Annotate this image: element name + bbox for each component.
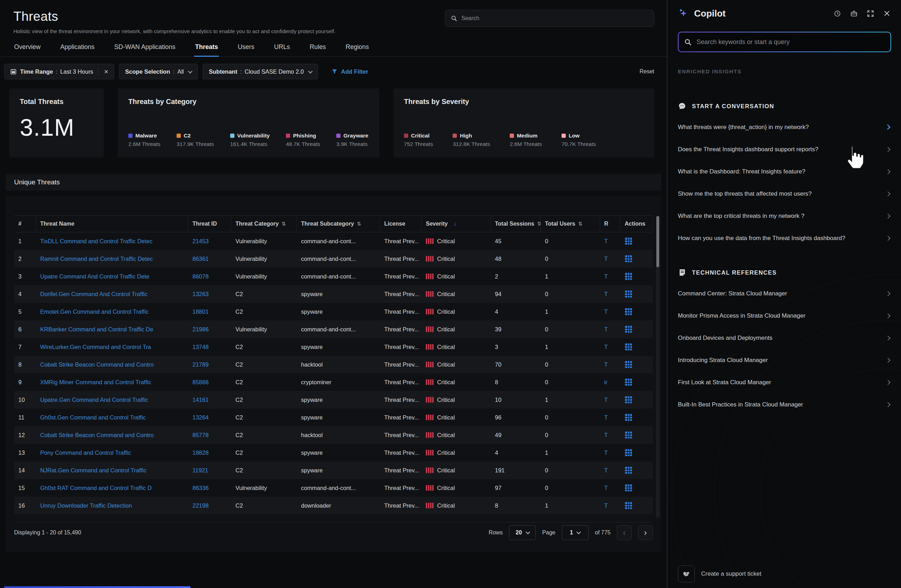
threat-id-link[interactable]: 21986 [192,326,209,332]
threat-name-link[interactable]: Gh0st.Gen Command and Control Traffic [40,414,146,421]
ref-link[interactable]: T [604,256,608,262]
conversation-suggestion[interactable]: What are the top critical threats in my … [678,205,892,227]
column-header[interactable]: R [600,216,620,232]
open-log-viewer-icon[interactable] [625,237,632,245]
reference-link[interactable]: Onboard Devices and Deployments [678,327,892,349]
tab-overview[interactable]: Overview [13,42,41,56]
page-select[interactable]: 1 [562,525,589,540]
scope-selection-filter-chip[interactable]: Scope Selection : All [119,64,198,79]
threat-id-link[interactable]: 85778 [192,432,209,438]
open-log-viewer-icon[interactable] [625,325,632,333]
threat-name-link[interactable]: Cobalt Strike Beacon Command and Contro [40,432,154,438]
ref-link[interactable]: T [604,291,608,297]
toolbox-icon[interactable] [850,10,857,17]
ref-link[interactable]: T [604,414,608,421]
ref-link[interactable]: ir [604,379,607,385]
threat-name-link[interactable]: Unruy Downloader Traffic Detection [40,502,132,509]
ref-link[interactable]: T [604,449,608,456]
sort-icon[interactable]: ⇅ [578,221,583,227]
open-log-viewer-icon[interactable] [625,431,632,439]
column-header[interactable]: # [14,216,36,232]
previous-page-button[interactable]: ‹ [617,525,632,540]
column-header[interactable]: Total Users ⇅ [541,216,600,232]
global-search-input[interactable] [461,15,648,22]
threat-id-link[interactable]: 14161 [192,396,209,403]
open-log-viewer-icon[interactable] [625,273,632,280]
open-log-viewer-icon[interactable] [625,343,632,351]
tab-sdwan-applications[interactable]: SD-WAN Applications [114,42,176,56]
threat-id-link[interactable]: 21789 [192,361,209,368]
conversation-suggestion[interactable]: How can you use the data from the Threat… [678,227,892,249]
conversation-suggestion[interactable]: Show me the top threats that affected mo… [678,182,892,205]
threat-name-link[interactable]: WireLurker.Gen Command and Control Tra [40,344,151,350]
tab-rules[interactable]: Rules [309,42,327,56]
ref-link[interactable]: T [604,502,608,509]
reset-button[interactable]: Reset [639,69,654,75]
ref-link[interactable]: T [604,238,608,244]
tab-urls[interactable]: URLs [274,42,291,56]
ref-link[interactable]: T [604,361,608,368]
threat-id-link[interactable]: 18828 [192,449,209,456]
column-header[interactable]: License [380,216,422,232]
ref-link[interactable]: T [604,273,608,279]
expand-icon[interactable] [867,10,874,17]
ref-link[interactable]: T [604,432,608,438]
reference-link[interactable]: First Look at Strata Cloud Manager [678,371,892,393]
open-log-viewer-icon[interactable] [625,360,632,368]
column-header[interactable]: Threat Name [36,216,188,232]
threat-name-link[interactable]: TixDLL Command and Control Traffic Detec [40,238,153,244]
history-icon[interactable] [834,10,841,17]
next-page-button[interactable]: › [638,525,653,540]
tab-regions[interactable]: Regions [345,42,370,56]
open-log-viewer-icon[interactable] [625,502,632,509]
open-log-viewer-icon[interactable] [625,308,632,315]
threat-name-link[interactable]: Upatre.Gen Command And Control Traffic [40,396,148,403]
column-header[interactable]: Threat ID [188,216,231,232]
threat-name-link[interactable]: Cobalt Strike Beacon Command and Contro [40,361,154,368]
threat-id-link[interactable]: 13263 [192,291,209,297]
column-header[interactable]: Actions [620,216,653,232]
reference-link[interactable]: Command Center: Strata Cloud Manager [678,282,892,304]
threat-id-link[interactable]: 22198 [192,502,209,509]
column-header[interactable]: Threat Subcategory ⇅ [297,216,380,232]
conversation-suggestion[interactable]: What threats were {threat_action} in my … [678,116,892,138]
open-log-viewer-icon[interactable] [625,290,632,298]
column-header[interactable]: Threat Category ⇅ [231,216,297,232]
threat-name-link[interactable]: KRBanker Command and Control Traffic De [40,326,153,332]
open-log-viewer-icon[interactable] [625,449,632,457]
sort-icon[interactable]: ⇅ [537,221,541,227]
threat-id-link[interactable]: 86336 [192,485,209,491]
open-log-viewer-icon[interactable] [625,466,632,474]
sort-active-icon[interactable]: ↓ [453,220,457,228]
conversation-suggestion[interactable]: What is the Dashboard: Threat Insights f… [678,161,892,182]
threat-id-link[interactable]: 13264 [192,414,209,421]
reference-link[interactable]: Monitor Prisma Access in Strata Cloud Ma… [678,304,892,327]
subtenant-filter-chip[interactable]: Subtenant : Cloud SASE Demo 2.0 [203,64,318,79]
threat-id-link[interactable]: 18801 [192,309,209,315]
threat-name-link[interactable]: Dorifel.Gen Command And Control Traffic [40,291,147,297]
threat-name-link[interactable]: Emotet.Gen Command and Control Traffic [40,309,149,315]
global-search[interactable] [445,10,654,27]
ref-link[interactable]: T [604,467,608,473]
ref-link[interactable]: T [604,344,608,350]
open-log-viewer-icon[interactable] [625,484,632,492]
reference-link[interactable]: Built-In Best Practices in Strata Cloud … [678,393,892,416]
rows-per-page-select[interactable]: 20 [509,525,536,540]
threat-id-link[interactable]: 85886 [192,379,209,385]
support-ticket-button[interactable] [678,565,695,582]
ref-link[interactable]: T [604,309,608,315]
open-log-viewer-icon[interactable] [625,378,632,386]
open-log-viewer-icon[interactable] [625,413,632,421]
conversation-suggestion[interactable]: Does the Threat Insights dashboard suppo… [678,138,892,161]
column-header[interactable]: Severity ↓ [422,216,491,232]
open-log-viewer-icon[interactable] [625,396,632,404]
threat-name-link[interactable]: Upatre Command And Control Traffic Dete [40,273,150,279]
ref-link[interactable]: T [604,326,608,332]
remove-time-filter-icon[interactable]: × [98,67,108,76]
column-header[interactable]: Total Sessions ⇅ [491,216,541,232]
copilot-search[interactable] [678,32,891,52]
threat-name-link[interactable]: XMRig Miner Command and Control Traffic [40,379,151,385]
threat-id-link[interactable]: 11921 [192,467,208,473]
threat-name-link[interactable]: Ramnit Command and Control Traffic Detec [40,256,153,262]
tab-applications[interactable]: Applications [59,42,95,56]
